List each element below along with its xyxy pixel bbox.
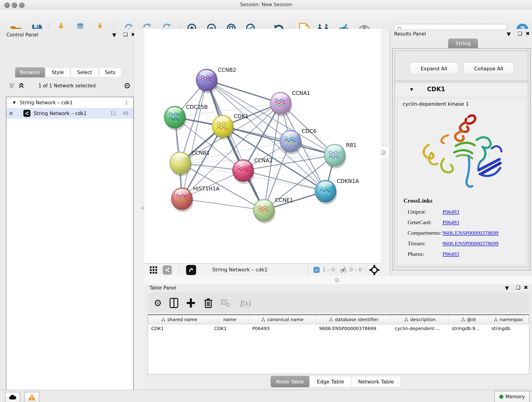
fit-selected-icon[interactable] (369, 265, 380, 275)
table-toolbar: ⚙ f(x) (148, 293, 529, 313)
column-header-name[interactable]: name (211, 315, 249, 324)
table-row[interactable]: CDK1CDK1P064939606.ENSP00000378699cyclin… (148, 324, 529, 332)
crosslink-label: Compartments: (408, 230, 443, 236)
table-cell: CDK1 (211, 324, 249, 332)
collapse-triangle-icon[interactable]: ▼ (410, 87, 413, 92)
close-panel-icon[interactable]: ✖ (526, 31, 530, 36)
warnings-button[interactable] (24, 392, 39, 402)
network-node-CCNA1[interactable] (270, 92, 292, 116)
float-panel-icon[interactable]: ▼ (505, 286, 509, 291)
network-node-CCNA2[interactable] (233, 160, 254, 184)
network-node-RB1[interactable] (324, 144, 346, 168)
delete-column-icon[interactable] (202, 297, 214, 309)
table-cell: stringdb:9... (449, 324, 488, 332)
column-header-description[interactable]: description (392, 315, 449, 324)
network-edge[interactable] (223, 126, 335, 155)
tab-sets[interactable]: Sets (99, 67, 121, 77)
protein-name: CDK1 (427, 86, 445, 93)
string-style-icon[interactable] (163, 265, 172, 274)
maximize-panel-icon[interactable]: ❑ (123, 32, 128, 37)
collection-count: 1 (125, 100, 128, 105)
network-row-selected[interactable]: String Network – cdk1 11 48 (6, 108, 133, 119)
float-panel-icon[interactable]: ▼ (112, 32, 116, 38)
maximize-panel-icon[interactable]: ❑ (518, 31, 522, 36)
crosslink-label: Tissues: (408, 240, 443, 247)
splitter-grip[interactable] (380, 150, 386, 155)
node-table[interactable]: shared namenamecanonical namedatabase id… (148, 314, 529, 374)
network-node-HIST1H1A[interactable] (171, 188, 193, 212)
crosslink-row: Pharos:P06493 (408, 249, 522, 259)
collapse-all-button[interactable]: Collapse All (463, 62, 514, 75)
table-panel-title: Table Panel (149, 285, 177, 291)
node-label: CCNA2 (254, 157, 273, 163)
splitter-grip[interactable] (335, 278, 339, 282)
crosslink-row: Uniprot:P06493 (408, 206, 522, 217)
splitter-grip[interactable] (140, 206, 144, 210)
close-panel-icon[interactable]: ✖ (524, 285, 528, 290)
maximize-panel-icon[interactable]: ❑ (516, 285, 520, 290)
table-gear-icon[interactable]: ⚙ (152, 297, 164, 309)
gear-icon[interactable]: ⚙ (124, 81, 131, 90)
table-cell: CDK1 (148, 324, 211, 332)
separator (366, 265, 366, 274)
window-title: Session: New Session (0, 2, 532, 7)
column-header-canonical-name[interactable]: canonical name (249, 315, 316, 324)
network-node-CDC25B[interactable] (164, 106, 186, 130)
tab-network-table[interactable]: Network Table (351, 376, 401, 387)
column-header-@id[interactable]: @id (449, 315, 488, 324)
crosslink-row: GeneCard:P06493 (408, 217, 522, 228)
show-columns-icon[interactable] (168, 297, 180, 309)
node-label: RB1 (346, 142, 356, 148)
add-column-icon[interactable] (185, 297, 197, 309)
collection-label: String Network – cdk1 (20, 100, 73, 105)
network-view-title: String Network – cdk1 (212, 267, 268, 273)
column-header-shared-name[interactable]: shared name (148, 315, 211, 324)
selected-checkbox[interactable]: ✓ (313, 267, 320, 273)
crosslink-link[interactable]: P06493 (443, 209, 459, 215)
results-panel: Results Panel ▼ ❑ ✖ String Expand All Co… (390, 29, 532, 276)
hidden-counts: 0 – 0 (350, 267, 362, 273)
separator (308, 265, 308, 274)
tab-select[interactable]: Select (70, 67, 99, 77)
birds-eye-view-icon[interactable] (149, 266, 158, 274)
column-header-namespac[interactable]: namespac (488, 315, 529, 324)
column-type-icon (161, 317, 165, 322)
network-node-CCNE1[interactable] (253, 199, 275, 223)
open-in-new-window-icon[interactable] (186, 265, 196, 275)
tab-node-table[interactable]: Node Table (271, 376, 310, 387)
cloud-button[interactable] (5, 392, 20, 402)
float-panel-icon[interactable]: ▼ (507, 32, 511, 37)
tab-network[interactable]: Network (15, 67, 45, 77)
string-network-icon (23, 110, 31, 117)
tab-edge-table[interactable]: Edge Table (309, 376, 352, 387)
table-header-row: shared namenamecanonical namedatabase id… (148, 315, 529, 324)
network-node-CDK1[interactable] (212, 115, 234, 140)
left-splitter[interactable] (134, 29, 145, 390)
column-type-icon (461, 317, 465, 322)
expand-all-button[interactable]: Expand All (410, 62, 458, 75)
crosslink-link[interactable]: 9606.ENSP00000378699 (443, 230, 499, 236)
network-collection-row[interactable]: ▼ String Network – cdk1 1 (6, 97, 133, 108)
crosslink-link[interactable]: 9606.ENSP00000378699 (443, 240, 499, 247)
network-tree: ▼ String Network – cdk1 1 String Network… (6, 97, 133, 402)
main-toolbar: ? (0, 10, 532, 29)
results-panel-title: Results Panel (394, 31, 426, 37)
network-edge[interactable] (182, 199, 264, 210)
protein-section-header[interactable]: ▼ CDK1 (395, 83, 528, 97)
crosslink-row: Tissues:9606.ENSP00000378699 (408, 238, 522, 249)
network-label: String Network – cdk1 (34, 111, 87, 116)
horizontal-splitter[interactable] (144, 276, 532, 284)
crosslink-link[interactable]: P06493 (443, 219, 459, 225)
tab-string[interactable]: String (448, 38, 478, 48)
collapse-triangle-icon[interactable]: ▼ (13, 100, 16, 105)
column-header-database-identifier[interactable]: database identifier (316, 315, 392, 324)
network-canvas[interactable]: CCNB2CCNA1CDC25BCDK1CDC6RB1CCNB1CCNA2CDK… (144, 29, 381, 263)
network-node-CDKN1A[interactable] (315, 180, 337, 204)
warning-icon (28, 394, 36, 401)
crosslink-link[interactable]: P06493 (443, 251, 459, 257)
network-node-CCNB2[interactable] (196, 69, 218, 93)
cloud-icon (9, 395, 17, 400)
memory-button[interactable]: Memory (494, 391, 530, 402)
tab-style[interactable]: Style (45, 67, 70, 77)
crosslink-row: Compartments:9606.ENSP00000378699 (408, 228, 522, 238)
